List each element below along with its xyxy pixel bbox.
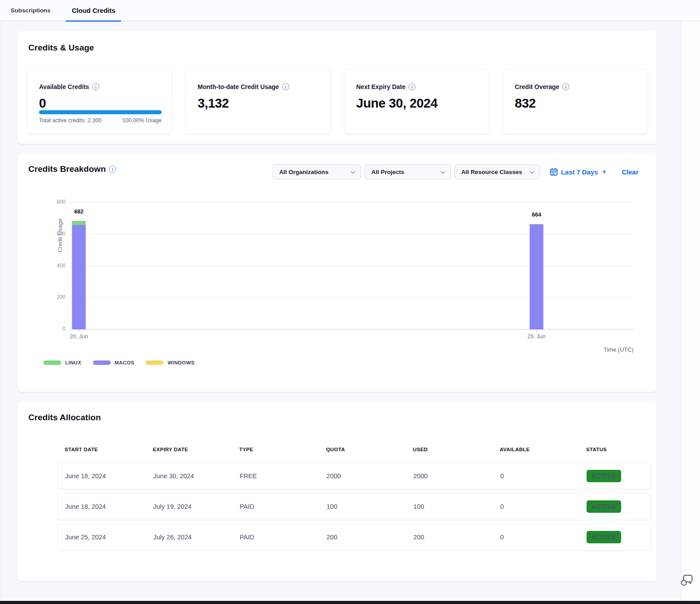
projects-select-value: All Projects xyxy=(371,169,404,175)
stat-card-credit-overage: Credit Overage i 832 xyxy=(503,70,647,134)
breakdown-filters: All Organizations All Projects All Resou… xyxy=(272,164,638,179)
credits-breakdown-title: Credits Breakdown xyxy=(28,164,106,174)
active-tab-indicator xyxy=(66,20,121,22)
column-header-expiry-date: EXPIRY DATE xyxy=(153,447,239,452)
credits-usage-title: Credits & Usage xyxy=(28,43,94,52)
credits-progress-bar xyxy=(39,110,162,114)
stacked-bar[interactable] xyxy=(530,224,544,329)
legend-swatch xyxy=(146,360,163,365)
mtd-usage-label: Month-to-date Credit Usage xyxy=(198,83,279,90)
tab-subscriptions-label: Subscriptions xyxy=(11,7,51,14)
tab-cloud-credits-label: Cloud Credits xyxy=(72,7,115,14)
y-axis-tick: 200 xyxy=(57,294,66,300)
gridline: 800 xyxy=(70,202,634,202)
info-icon[interactable]: i xyxy=(562,83,569,90)
info-icon[interactable]: i xyxy=(109,166,116,173)
organizations-select[interactable]: All Organizations xyxy=(272,164,361,179)
resource-classes-select[interactable]: All Resource Classes xyxy=(455,164,540,179)
gridline: 200 xyxy=(70,297,634,298)
resource-classes-select-value: All Resource Classes xyxy=(461,169,522,175)
column-header-available: AVAILABLE xyxy=(500,447,586,452)
tab-subscriptions[interactable]: Subscriptions xyxy=(0,0,61,21)
legend-item-windows[interactable]: WINDOWS xyxy=(146,360,194,365)
column-header-used: USED xyxy=(413,447,500,452)
chart-legend: LINUXMACOSWINDOWS xyxy=(43,360,194,365)
credits-progress-fill xyxy=(39,110,162,114)
cell-start-date: June 18, 2024 xyxy=(65,503,153,510)
bar-segment-macos xyxy=(530,225,544,329)
allocation-table-header: START DATE EXPIRY DATE TYPE QUOTA USED A… xyxy=(58,447,651,452)
y-axis-tick: 0 xyxy=(62,326,66,332)
chart-x-axis-label: Time (UTC) xyxy=(604,346,634,353)
chevron-down-icon xyxy=(350,169,355,175)
total-active-credits-text: Total active credits: 2,300 xyxy=(39,117,101,124)
date-range-picker[interactable]: Last 7 Days ▼ xyxy=(550,168,607,176)
info-icon[interactable]: i xyxy=(92,83,99,90)
cell-available: 0 xyxy=(500,503,587,510)
cell-available: 0 xyxy=(500,534,587,541)
legend-label: MACOS xyxy=(115,360,135,365)
x-axis-tick xyxy=(537,329,537,332)
y-axis-tick: 800 xyxy=(57,199,66,205)
next-expiry-value: June 30, 2024 xyxy=(356,96,477,111)
table-row[interactable]: June 25, 2024 July 26, 2024 PAID 200 200… xyxy=(58,524,651,550)
calendar-icon xyxy=(550,168,558,176)
chat-bubbles-icon xyxy=(680,573,695,588)
cell-expiry-date: July 19, 2024 xyxy=(153,503,240,510)
support-chat-button[interactable] xyxy=(680,573,695,588)
tab-bar: Subscriptions Cloud Credits xyxy=(0,0,700,21)
bar-segment-macos xyxy=(72,225,86,329)
gridline: 0 xyxy=(70,329,634,329)
cell-expiry-date: July 26, 2024 xyxy=(153,534,240,541)
column-header-quota: QUOTA xyxy=(326,447,413,452)
triangle-down-icon: ▼ xyxy=(602,169,607,174)
cell-expiry-date: June 30, 2024 xyxy=(153,472,240,480)
info-icon[interactable]: i xyxy=(282,83,289,90)
legend-item-linux[interactable]: LINUX xyxy=(43,360,82,365)
cell-quota: 200 xyxy=(327,534,413,541)
usage-percent-text: 100.00% Usage xyxy=(122,117,162,124)
stat-card-available-credits: Available Credits i 0 Total active credi… xyxy=(27,70,171,134)
cell-available: 0 xyxy=(500,472,587,480)
legend-swatch xyxy=(93,360,111,365)
available-credits-value: 0 xyxy=(39,96,160,111)
credit-overage-value: 832 xyxy=(515,96,636,111)
y-axis-tick: 400 xyxy=(57,263,66,269)
stat-card-next-expiry: Next Expiry Date i June 30, 2024 xyxy=(345,70,489,134)
available-credits-label: Available Credits xyxy=(39,83,89,90)
tab-cloud-credits[interactable]: Cloud Credits xyxy=(61,0,126,21)
bottom-edge-bar xyxy=(0,601,700,604)
next-expiry-label: Next Expiry Date xyxy=(356,83,405,90)
chevron-down-icon xyxy=(529,169,534,175)
cell-quota: 2000 xyxy=(327,472,413,480)
status-badge: ACTIVE xyxy=(587,500,621,513)
credits-allocation-title: Credits Allocation xyxy=(28,413,101,422)
projects-select[interactable]: All Projects xyxy=(365,164,451,179)
gridline: 400 xyxy=(70,266,634,266)
chevron-down-icon xyxy=(440,169,445,175)
organizations-select-value: All Organizations xyxy=(279,169,328,175)
table-row[interactable]: June 18, 2024 June 30, 2024 FREE 2000 20… xyxy=(58,463,651,489)
cell-type: PAID xyxy=(240,534,327,541)
column-header-start-date: START DATE xyxy=(65,447,153,452)
status-badge: ACTIVE xyxy=(587,470,621,482)
date-range-value: Last 7 Days xyxy=(561,168,598,176)
cell-start-date: June 18, 2024 xyxy=(65,472,153,480)
gridline: 600 xyxy=(70,234,634,234)
bar-value-label: 682 xyxy=(74,209,84,215)
stacked-bar[interactable] xyxy=(72,221,86,329)
legend-swatch xyxy=(43,360,61,365)
credit-overage-label: Credit Overage xyxy=(515,83,559,90)
y-axis-tick: 600 xyxy=(57,231,66,237)
bar-value-label: 664 xyxy=(532,212,541,218)
bar-segment-linux xyxy=(72,221,86,225)
cell-quota: 100 xyxy=(327,503,413,510)
legend-item-macos[interactable]: MACOS xyxy=(93,360,135,365)
stat-card-row: Available Credits i 0 Total active credi… xyxy=(27,70,647,134)
info-icon[interactable]: i xyxy=(408,83,416,90)
table-row[interactable]: June 18, 2024 July 19, 2024 PAID 100 100… xyxy=(58,493,651,520)
cell-used: 200 xyxy=(413,534,500,541)
clear-filters-button[interactable]: Clear xyxy=(622,168,638,176)
credits-breakdown-card: Credits Breakdown i All Organizations Al… xyxy=(18,153,657,392)
cell-used: 2000 xyxy=(413,472,500,480)
